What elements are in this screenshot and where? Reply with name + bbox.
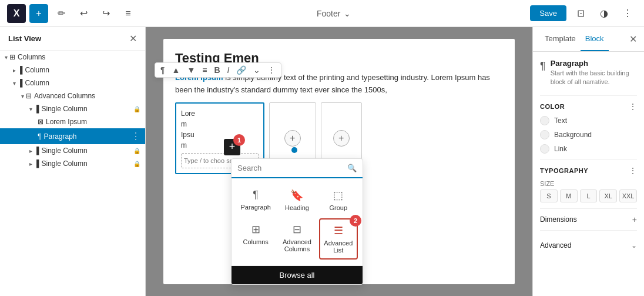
- expand-icon: ▾: [21, 93, 24, 99]
- tree-item-column-1[interactable]: ▸ ▐ Column: [0, 64, 145, 77]
- toolbar-center: Footer ⌄: [141, 9, 526, 18]
- right-tabs: Template Block ✕: [533, 27, 644, 52]
- tree-label: Columns: [18, 53, 45, 61]
- search-icon: 🔍: [347, 164, 357, 172]
- inserter-item-group[interactable]: ⬚ Group: [319, 184, 358, 216]
- view-button[interactable]: ⊡: [571, 4, 590, 23]
- size-xxl-button[interactable]: XXL: [619, 189, 637, 202]
- typography-options-button[interactable]: ⋮: [629, 166, 637, 175]
- block-inserter-popup: 🔍 ¶ Paragraph 🔖 Heading: [231, 158, 363, 285]
- move-up-button[interactable]: ▲: [170, 64, 182, 76]
- inserter-item-columns[interactable]: ⊞ Columns: [236, 218, 275, 260]
- align-button[interactable]: ≡: [200, 64, 209, 76]
- divider: [540, 208, 637, 209]
- lock-icon: 🔒: [133, 161, 140, 167]
- expand-icon: ▾: [13, 80, 16, 87]
- size-xl-button[interactable]: XL: [599, 189, 617, 202]
- tree-item-advanced-columns[interactable]: ▾ ⊟ Advanced Columns: [0, 89, 145, 102]
- inserter-item-label: Advanced Columns: [280, 238, 314, 252]
- color-text-label: Text: [554, 117, 567, 125]
- logo: X: [7, 4, 26, 23]
- advanced-row[interactable]: Advanced ⌄: [540, 237, 637, 254]
- pen-button[interactable]: ✏: [52, 4, 71, 23]
- expand-icon: ▸: [29, 148, 32, 154]
- block-name: Paragraph: [551, 59, 637, 68]
- size-m-button[interactable]: M: [560, 189, 578, 202]
- tree-item-columns[interactable]: ▾ ⊞ Columns: [0, 51, 145, 64]
- adv-columns-block-icon: ⊟: [293, 223, 301, 236]
- add-col-button[interactable]: +: [284, 130, 301, 147]
- divider: [540, 159, 637, 160]
- inserter-item-advanced-columns[interactable]: ⊟ Advanced Columns: [277, 218, 316, 260]
- chevron-down-icon: ⌄: [631, 241, 637, 250]
- tree-item-single-column-3[interactable]: ▸ ▐ Single Column 🔒: [0, 157, 145, 170]
- search-input[interactable]: [237, 164, 344, 172]
- browse-all-button[interactable]: Browse all: [232, 265, 363, 284]
- paragraph-format-button[interactable]: ¶: [159, 64, 167, 76]
- tree-item-column-2[interactable]: ▾ ▐ Column: [0, 77, 145, 89]
- block-info: ¶ Paragraph Start with the basic buildin…: [540, 59, 637, 87]
- tree-item-lorem-ipsum[interactable]: ⊠ Lorem Ipsum: [0, 115, 145, 128]
- color-swatch: [540, 144, 549, 154]
- size-l-button[interactable]: L: [580, 189, 598, 202]
- undo-button[interactable]: ↩: [74, 4, 93, 23]
- inserter-item-label: Paragraph: [240, 204, 270, 211]
- contrast-button[interactable]: ◑: [595, 4, 613, 23]
- advanced-label: Advanced: [540, 241, 571, 250]
- move-down-button[interactable]: ▼: [185, 64, 197, 76]
- tree-item-single-column-1[interactable]: ▾ ▐ Single Column 🔒: [0, 102, 145, 115]
- paragraph-block-icon: ¶: [253, 189, 259, 201]
- inserter-item-advanced-list[interactable]: ☰ Advanced List 2: [319, 218, 358, 260]
- redo-button[interactable]: ↪: [96, 4, 115, 23]
- menu-button[interactable]: ≡: [119, 4, 137, 23]
- tree-item-single-column-2[interactable]: ▸ ▐ Single Column 🔒: [0, 144, 145, 157]
- close-panel-button[interactable]: ✕: [629, 34, 637, 45]
- add-block-button[interactable]: +: [29, 4, 48, 23]
- color-section-header: Color ⋮: [540, 102, 637, 111]
- options-button[interactable]: ⋮: [266, 64, 277, 76]
- size-row: S M L XL XXL: [540, 189, 637, 202]
- link-button[interactable]: 🔗: [234, 64, 248, 76]
- paragraph-type-icon: ¶: [540, 60, 546, 72]
- block-toolbar: ¶ ▲ ▼ ≡ B I 🔗 ⌄ ⋮: [155, 62, 281, 78]
- columns-area: LoremIpsum Type / to choo se a block + +: [175, 102, 503, 174]
- badge-2: 2: [350, 215, 361, 227]
- divider: [540, 95, 637, 96]
- right-sidebar: Template Block ✕ ¶ Paragraph Start with …: [532, 27, 644, 296]
- inserter-item-heading[interactable]: 🔖 Heading: [277, 184, 316, 216]
- typography-section-header: Typography ⋮: [540, 166, 637, 175]
- expand-icon: ▸: [13, 67, 16, 74]
- column-icon: ▐: [18, 66, 23, 74]
- color-background-option: Background: [540, 130, 637, 139]
- inserter-item-label: Group: [330, 204, 348, 211]
- more-button[interactable]: ⌄: [251, 64, 262, 76]
- close-sidebar-button[interactable]: ✕: [129, 33, 137, 44]
- single-column-icon: ▐: [34, 159, 39, 168]
- color-options-button[interactable]: ⋮: [629, 102, 637, 111]
- expand-icon: ▾: [5, 54, 8, 61]
- tree-label: Column: [25, 66, 49, 74]
- size-s-button[interactable]: S: [540, 189, 558, 202]
- tree-label: Column: [25, 79, 49, 87]
- more-options-button[interactable]: ⋮: [618, 4, 637, 23]
- toolbar-right: Save ⊡ ◑ ⋮: [530, 4, 637, 23]
- italic-button[interactable]: I: [226, 64, 232, 76]
- dimensions-add-button[interactable]: +: [632, 215, 637, 224]
- column-icon: ▐: [18, 79, 23, 87]
- tab-block[interactable]: Block: [581, 27, 609, 51]
- columns-block-icon: ⊞: [251, 223, 260, 236]
- tree-label: Lorem Ipsum: [46, 118, 87, 126]
- inserter-item-label: Heading: [285, 204, 309, 211]
- tree-item-paragraph[interactable]: ¶ Paragraph ⋮: [0, 128, 145, 144]
- bold-button[interactable]: B: [212, 64, 222, 76]
- tab-template[interactable]: Template: [540, 27, 581, 51]
- inserter-item-paragraph[interactable]: ¶ Paragraph: [236, 184, 275, 216]
- divider: [540, 230, 637, 231]
- color-swatch: [540, 130, 549, 139]
- advanced-columns-icon: ⊟: [26, 92, 32, 100]
- bookmark-icon: ⊠: [38, 118, 43, 126]
- add-col-button-2[interactable]: +: [333, 130, 350, 147]
- left-sidebar: List View ✕ ▾ ⊞ Columns ▸ ▐ Column ▾ ▐ C…: [0, 27, 146, 296]
- save-button[interactable]: Save: [530, 5, 566, 21]
- lock-icon: 🔒: [133, 106, 140, 112]
